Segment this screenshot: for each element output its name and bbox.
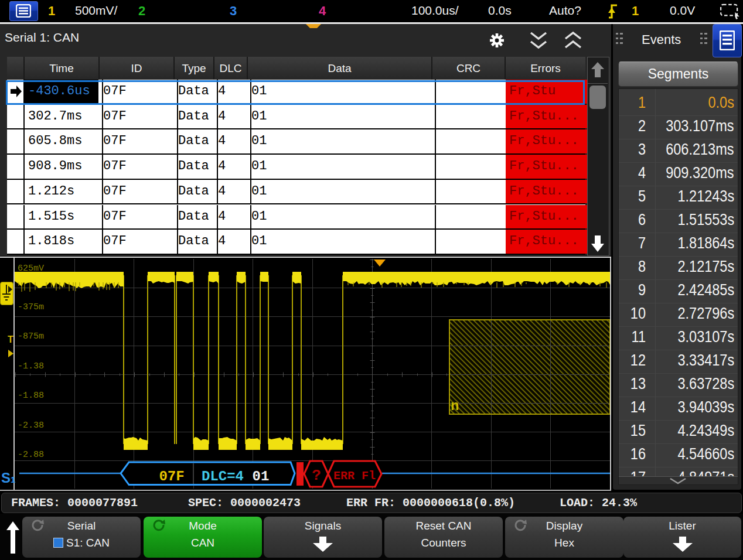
svg-text:-2.88: -2.88	[18, 450, 44, 460]
svg-text:-875m: -875m	[18, 332, 44, 342]
svg-text:07F: 07F	[159, 469, 184, 484]
svg-text:-1.38: -1.38	[18, 361, 44, 371]
svg-text:-375m: -375m	[18, 302, 44, 312]
svg-text:-1.88: -1.88	[18, 391, 44, 401]
svg-text:?: ?	[312, 467, 321, 484]
svg-text:-2.38: -2.38	[18, 421, 44, 431]
svg-text:01: 01	[253, 469, 270, 484]
svg-text:ERR Fl: ERR Fl	[333, 469, 376, 483]
svg-text:n: n	[451, 398, 459, 414]
svg-text:DLC=4: DLC=4	[202, 469, 244, 484]
